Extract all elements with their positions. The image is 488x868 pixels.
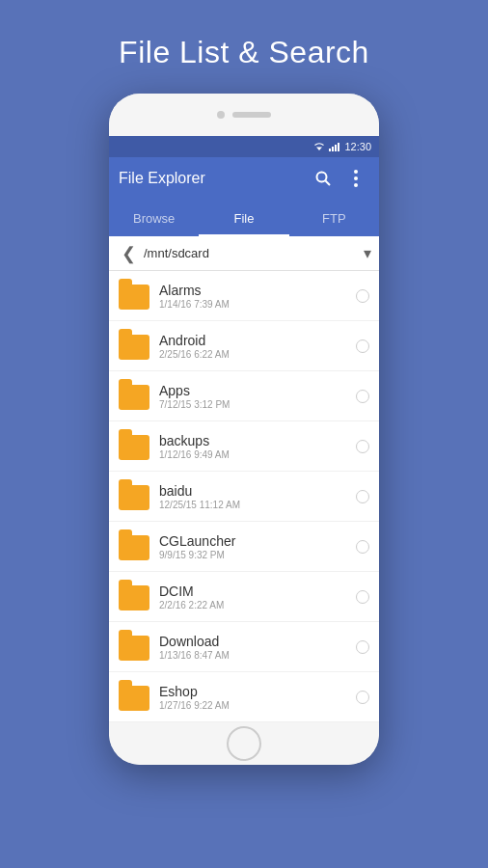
file-date: 9/9/15 9:32 PM: [159, 550, 356, 560]
status-time: 12:30: [344, 141, 371, 152]
phone-camera: [217, 111, 225, 119]
file-name: Download: [159, 634, 356, 649]
svg-rect-3: [335, 145, 337, 151]
tab-ftp[interactable]: FTP: [289, 200, 379, 236]
wifi-icon: [313, 142, 325, 151]
file-date: 12/25/15 11:12 AM: [159, 500, 356, 510]
file-name: baidu: [159, 483, 356, 499]
file-name: DCIM: [159, 583, 356, 599]
tab-browse[interactable]: Browse: [109, 200, 199, 236]
file-date: 1/27/16 9:22 AM: [159, 700, 356, 711]
phone-speaker: [232, 112, 271, 118]
file-info: CGLauncher 9/9/15 9:32 PM: [159, 533, 356, 560]
svg-line-6: [326, 181, 331, 186]
file-date: 2/25/16 6:22 AM: [159, 349, 356, 360]
folder-icon: [119, 533, 149, 560]
list-item[interactable]: Apps 7/12/15 3:12 PM: [109, 371, 379, 421]
file-info: Android 2/25/16 6:22 AM: [159, 333, 356, 360]
folder-icon: [119, 684, 149, 711]
folder-icon: [119, 333, 149, 360]
app-toolbar: File Explorer: [109, 157, 379, 200]
toolbar-title: File Explorer: [119, 170, 304, 187]
svg-point-8: [354, 176, 358, 180]
file-name: Eshop: [159, 684, 356, 699]
folder-icon: [119, 283, 149, 310]
folder-icon: [119, 383, 149, 410]
file-select-indicator: [356, 339, 369, 353]
file-name: Android: [159, 333, 356, 348]
home-button[interactable]: [227, 726, 261, 761]
svg-rect-4: [338, 143, 339, 151]
list-item[interactable]: DCIM 2/2/16 2:22 AM: [109, 572, 379, 622]
path-dropdown-button[interactable]: ▾: [364, 244, 371, 262]
tab-bar: Browse File FTP: [109, 200, 379, 236]
folder-icon: [119, 433, 149, 460]
more-menu-button[interactable]: [342, 165, 369, 192]
folder-icon: [119, 483, 149, 510]
phone-bezel-bottom: [109, 722, 379, 765]
file-list: Alarms 1/14/16 7:39 AM Android 2/25/16 6…: [109, 271, 379, 722]
phone-bezel-top: [109, 94, 379, 136]
file-select-indicator: [356, 289, 369, 303]
back-button[interactable]: ❮: [117, 243, 140, 264]
file-select-indicator: [356, 540, 369, 554]
file-select-indicator: [356, 691, 369, 704]
path-bar: ❮ /mnt/sdcard ▾: [109, 236, 379, 271]
svg-rect-1: [329, 149, 331, 151]
file-date: 7/12/15 3:12 PM: [159, 399, 356, 410]
svg-point-7: [354, 170, 358, 174]
list-item[interactable]: backups 1/12/16 9:49 AM: [109, 421, 379, 472]
file-select-indicator: [356, 590, 369, 604]
search-icon: [314, 170, 332, 187]
file-info: backups 1/12/16 9:49 AM: [159, 433, 356, 460]
file-info: Alarms 1/14/16 7:39 AM: [159, 283, 356, 310]
folder-icon: [119, 583, 149, 610]
phone-device: 12:30 File Explorer Browse File FTP: [109, 94, 379, 765]
file-info: baidu 12/25/15 11:12 AM: [159, 483, 356, 510]
file-info: Apps 7/12/15 3:12 PM: [159, 383, 356, 410]
svg-point-9: [354, 183, 358, 187]
file-date: 1/13/16 8:47 AM: [159, 650, 356, 661]
current-path: /mnt/sdcard: [144, 246, 360, 260]
page-title: File List & Search: [119, 35, 369, 70]
more-icon: [354, 170, 358, 187]
file-name: Apps: [159, 383, 356, 398]
file-select-indicator: [356, 390, 369, 403]
file-info: Download 1/13/16 8:47 AM: [159, 634, 356, 661]
file-info: DCIM 2/2/16 2:22 AM: [159, 583, 356, 610]
folder-icon: [119, 634, 149, 661]
file-date: 1/12/16 9:49 AM: [159, 449, 356, 460]
svg-rect-2: [332, 147, 334, 151]
file-name: Alarms: [159, 283, 356, 298]
file-date: 2/2/16 2:22 AM: [159, 600, 356, 610]
search-button[interactable]: [310, 165, 337, 192]
svg-point-5: [317, 173, 327, 182]
file-name: backups: [159, 433, 356, 448]
status-bar: 12:30: [109, 136, 379, 157]
file-select-indicator: [356, 440, 369, 453]
file-info: Eshop 1/27/16 9:22 AM: [159, 684, 356, 711]
list-item[interactable]: Android 2/25/16 6:22 AM: [109, 321, 379, 371]
file-date: 1/14/16 7:39 AM: [159, 299, 356, 310]
svg-marker-0: [316, 148, 322, 151]
status-icons: 12:30: [313, 141, 371, 152]
list-item[interactable]: Eshop 1/27/16 9:22 AM: [109, 672, 379, 722]
list-item[interactable]: Download 1/13/16 8:47 AM: [109, 622, 379, 672]
list-item[interactable]: Alarms 1/14/16 7:39 AM: [109, 271, 379, 321]
file-select-indicator: [356, 640, 369, 654]
file-select-indicator: [356, 490, 369, 503]
list-item[interactable]: baidu 12/25/15 11:12 AM: [109, 472, 379, 522]
list-item[interactable]: CGLauncher 9/9/15 9:32 PM: [109, 522, 379, 572]
signal-icon: [329, 142, 340, 151]
file-name: CGLauncher: [159, 533, 356, 549]
tab-file[interactable]: File: [199, 200, 288, 236]
